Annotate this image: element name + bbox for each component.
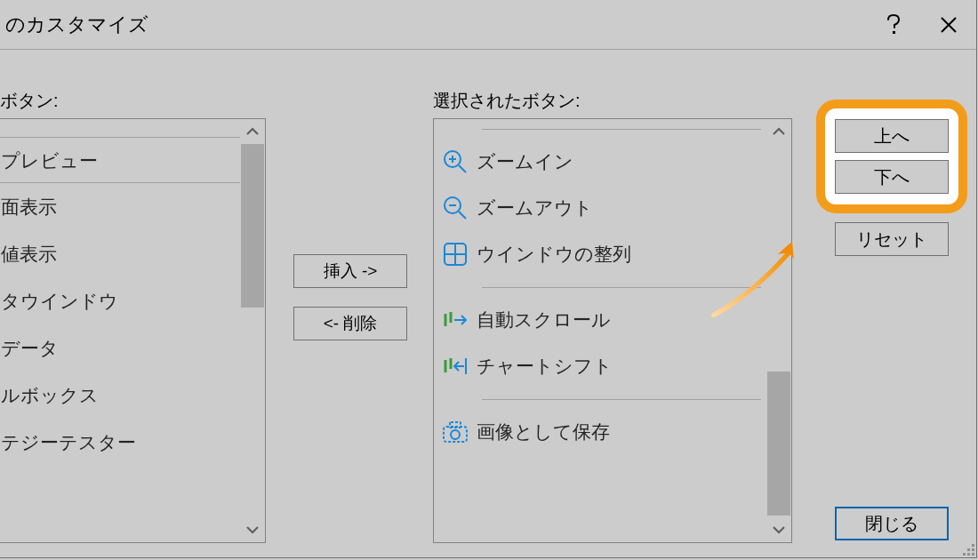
- button-label: 上へ: [874, 124, 910, 148]
- list-item[interactable]: ズームイン: [434, 139, 766, 185]
- separator: [482, 399, 761, 400]
- list-item-label: プレビュー: [1, 148, 98, 173]
- svg-rect-0: [893, 31, 895, 34]
- zoom-out-icon: [442, 195, 469, 221]
- list-item[interactable]: 自動スクロール: [434, 297, 766, 343]
- scroll-thumb[interactable]: [241, 144, 264, 308]
- separator: [482, 129, 761, 130]
- list-item-label: ズームイン: [477, 149, 573, 174]
- selected-listbox[interactable]: ズームイン ズームアウト ウインドウの整列 自動スクロール チャートシ: [433, 118, 792, 543]
- scroll-up-button[interactable]: [240, 119, 265, 144]
- chevron-down-icon: [773, 525, 785, 534]
- list-item-label: ズームアウト: [477, 196, 593, 220]
- selected-label: 選択されたボタン:: [433, 89, 581, 113]
- list-item[interactable]: データ: [0, 324, 240, 372]
- list-item-label: ウインドウの整列: [477, 242, 631, 267]
- list-item[interactable]: 面表示: [0, 183, 240, 230]
- button-label: 下へ: [874, 165, 910, 189]
- scrollbar-vertical[interactable]: [766, 119, 791, 542]
- help-button[interactable]: [866, 0, 921, 50]
- scrollbar-vertical[interactable]: [240, 119, 265, 542]
- remove-button[interactable]: <- 削除: [293, 307, 407, 340]
- button-label: 閉じる: [865, 512, 918, 536]
- insert-button[interactable]: 挿入 ->: [293, 254, 407, 288]
- tile-windows-icon: [443, 242, 468, 267]
- move-up-button[interactable]: 上へ: [835, 119, 949, 153]
- list-item-label: テジーテスター: [1, 430, 136, 455]
- close-icon: [940, 16, 958, 34]
- selected-items: ズームイン ズームアウト ウインドウの整列 自動スクロール チャートシ: [434, 119, 766, 542]
- available-label: ボタン:: [0, 89, 59, 113]
- available-listbox[interactable]: プレビュー 面表示 値表示 タウインドウ データ ルボックス テジーテスター: [0, 118, 266, 543]
- annotation-highlight: 上へ 下へ: [816, 100, 967, 213]
- auto-scroll-icon: [442, 310, 469, 330]
- list-item-label: 面表示: [1, 195, 57, 220]
- chevron-up-icon: [773, 127, 785, 136]
- move-down-button[interactable]: 下へ: [835, 160, 949, 194]
- svg-point-18: [451, 430, 460, 439]
- scroll-down-button[interactable]: [766, 517, 791, 542]
- window-title: のカスタマイズ: [0, 12, 866, 38]
- svg-rect-17: [450, 422, 461, 428]
- scroll-thumb[interactable]: [767, 372, 790, 516]
- list-item-label: 値表示: [1, 242, 57, 267]
- close-button[interactable]: 閉じる: [835, 507, 949, 540]
- button-label: <- 削除: [324, 312, 378, 335]
- help-icon: [886, 14, 902, 36]
- list-item-label: 画像として保存: [477, 420, 610, 444]
- list-item[interactable]: テジーテスター: [0, 419, 240, 466]
- list-item[interactable]: 値表示: [0, 230, 240, 277]
- chart-shift-icon: [442, 356, 469, 376]
- button-label: リセット: [856, 228, 927, 252]
- scroll-up-button[interactable]: [766, 119, 791, 144]
- list-item[interactable]: ルボックス: [0, 372, 240, 419]
- close-window-button[interactable]: [921, 0, 976, 50]
- list-item[interactable]: 画像として保存: [434, 409, 766, 455]
- list-item-label: 自動スクロール: [477, 308, 611, 332]
- list-item[interactable]: プレビュー: [0, 140, 240, 182]
- reset-button[interactable]: リセット: [835, 222, 949, 256]
- chevron-up-icon: [246, 127, 259, 136]
- titlebar: のカスタマイズ: [0, 0, 976, 50]
- list-item-label: ルボックス: [1, 383, 99, 408]
- save-image-icon: [442, 420, 469, 444]
- button-label: 挿入 ->: [324, 260, 378, 283]
- resize-grip[interactable]: [960, 541, 974, 556]
- svg-line-6: [459, 212, 466, 219]
- available-items: プレビュー 面表示 値表示 タウインドウ データ ルボックス テジーテスター: [0, 119, 240, 542]
- dialog-window: のカスタマイズ ボタン: 選択されたボタン: プレビュー 面表示 値表示 タウイ…: [0, 0, 977, 558]
- list-item-label: データ: [1, 336, 59, 361]
- list-item-label: チャートシフト: [477, 354, 613, 379]
- list-item[interactable]: ウインドウの整列: [434, 231, 766, 277]
- list-item[interactable]: タウインドウ: [0, 277, 240, 324]
- list-item[interactable]: ズームアウト: [434, 185, 766, 231]
- zoom-in-icon: [442, 148, 469, 175]
- list-item[interactable]: チャートシフト: [434, 343, 766, 389]
- scroll-down-button[interactable]: [240, 517, 265, 542]
- separator: [482, 287, 761, 288]
- dialog-body: ボタン: 選択されたボタン: プレビュー 面表示 値表示 タウインドウ データ …: [0, 50, 976, 557]
- list-item-label: タウインドウ: [1, 289, 118, 314]
- chevron-down-icon: [246, 525, 259, 534]
- svg-line-2: [459, 165, 466, 172]
- separator: [0, 137, 240, 138]
